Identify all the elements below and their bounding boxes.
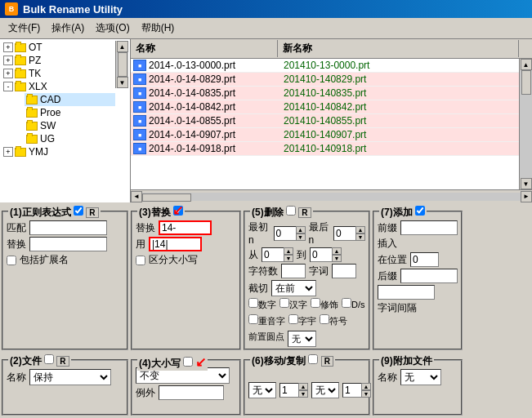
table-row[interactable]: ■ 2014-.0-14-0835.prt 201410-140835.prt (131, 87, 519, 100)
prefix-circle-select[interactable]: 无 (288, 331, 316, 347)
move-spin2-down[interactable]: ▼ (361, 390, 371, 398)
use-field-input[interactable] (149, 237, 202, 251)
tree-scroll-up[interactable]: ▲ (117, 41, 128, 52)
from-input[interactable] (262, 247, 284, 262)
panel-move-r-badge: R (321, 356, 333, 367)
first-n-up[interactable]: ▲ (296, 226, 306, 233)
file-newname: 201410-140855.prt (284, 115, 519, 127)
file-scroll-thumb[interactable] (521, 70, 531, 95)
table-row[interactable]: ■ 2014-.0-14-0855.prt 201410-140855.prt (131, 114, 519, 128)
append-name-select[interactable]: 无 (400, 369, 441, 385)
first-n-input[interactable] (274, 226, 297, 241)
cut-select[interactable]: 在前在后 (271, 280, 316, 296)
tree-scroll-thumb[interactable] (118, 52, 127, 77)
tree-scrollbar[interactable]: ▲ ▼ (115, 41, 128, 88)
to-input[interactable] (310, 247, 333, 262)
folder-icon-proe (26, 109, 38, 118)
last-n-down[interactable]: ▼ (355, 233, 365, 241)
title-bar: B Bulk Rename Utility (0, 0, 532, 18)
tree-toggle-pz[interactable]: + (3, 56, 13, 65)
tree-node-tk[interactable]: + TK (2, 67, 115, 80)
move-spin2-up[interactable]: ▲ (361, 383, 371, 390)
tree-node-pz[interactable]: + PZ (2, 54, 115, 67)
file-scroll-right[interactable]: ► (521, 191, 532, 202)
file-name-select[interactable]: 保持 (29, 369, 111, 385)
file-scrollbar[interactable]: ▲ ▼ (519, 59, 532, 189)
word-sep-row (378, 285, 458, 300)
tree-node-ymj[interactable]: + YMJ (2, 145, 115, 158)
to-down[interactable]: ▼ (332, 255, 342, 262)
panel-delete-checkbox[interactable] (286, 206, 296, 216)
symbol-opt[interactable]: 符号 (320, 314, 347, 327)
match-input[interactable] (29, 220, 107, 235)
chinese-opt[interactable]: 汉字 (279, 298, 307, 311)
last-n-up[interactable]: ▲ (355, 226, 365, 233)
file-scroll-up[interactable]: ▲ (521, 59, 532, 70)
from-up[interactable]: ▲ (284, 247, 293, 255)
panel-file-checkbox[interactable] (44, 354, 54, 364)
tree-node-cad[interactable]: CAD (25, 93, 115, 106)
replace-input[interactable] (29, 237, 107, 251)
table-row[interactable]: ■ 2014-.0-14-0842.prt 201410-140842.prt (131, 100, 519, 114)
include-ext-checkbox[interactable] (7, 256, 16, 265)
table-row[interactable]: ■ 2014-.0-14-0829.prt 201410-140829.prt (131, 73, 519, 87)
tree-node-sw[interactable]: SW (25, 119, 115, 132)
file-hscrollbar[interactable]: ◄ ► (131, 189, 532, 202)
file-scroll-left[interactable]: ◄ (131, 191, 142, 202)
table-row[interactable]: ■ 2014-.0-14-0907.prt 201410-140907.prt (131, 128, 519, 142)
word-sep-input[interactable] (378, 285, 435, 300)
move-select2[interactable]: 无 (311, 382, 339, 398)
panel-regex-checkbox[interactable] (74, 206, 83, 216)
move-spin1-down[interactable]: ▼ (298, 390, 308, 398)
to-up[interactable]: ▲ (332, 247, 342, 255)
menu-file[interactable]: 文件(F) (3, 20, 45, 37)
menu-help[interactable]: 帮助(H) (136, 20, 180, 37)
menu-options[interactable]: 选项(O) (91, 20, 134, 37)
prefix-input[interactable] (400, 220, 458, 235)
first-n-down[interactable]: ▼ (296, 233, 306, 241)
move-spin1-up[interactable]: ▲ (298, 383, 308, 390)
move-row: 无 ▲ ▼ 无 ▲ ▼ (248, 369, 365, 411)
tree-scroll-down[interactable]: ▼ (117, 77, 128, 88)
last-n-input[interactable] (333, 226, 356, 241)
word-input[interactable] (332, 264, 356, 278)
case-sensitive-checkbox[interactable] (136, 256, 145, 265)
tree-toggle-ot[interactable]: + (3, 42, 13, 52)
tree-node-ot[interactable]: + OT (2, 41, 115, 54)
from-down[interactable]: ▼ (284, 255, 293, 262)
hscroll-thumb[interactable] (142, 193, 191, 202)
fix-opt[interactable]: 修饰 (311, 298, 338, 311)
red-arrow-2: ↙ (195, 355, 206, 369)
word-sep-label-row: 字词间隔 (378, 301, 458, 315)
table-row[interactable]: ■ 2014-.0-14-0918.prt 201410-140918.prt (131, 142, 519, 156)
tree-node-xlx[interactable]: - XLX (2, 80, 115, 93)
move-count1[interactable] (279, 383, 299, 398)
panel-case-checkbox[interactable] (183, 357, 193, 367)
panel-move-checkbox[interactable] (308, 354, 318, 364)
move-select1[interactable]: 无 (248, 382, 276, 398)
tree-node-ug[interactable]: UG (25, 132, 115, 145)
word2-opt[interactable]: 字宇 (288, 314, 316, 327)
panel-replace-title: (3)替换 ↙ (137, 206, 185, 220)
at-pos-row: 在位置 (378, 252, 458, 267)
tree-label-ot: OT (29, 42, 42, 53)
ds-opt[interactable]: D/s (342, 298, 365, 311)
suffix-input[interactable] (400, 269, 458, 283)
at-pos-input[interactable] (410, 252, 439, 267)
tree-toggle-ymj[interactable]: + (3, 147, 13, 157)
charcount-input[interactable] (281, 264, 306, 278)
sound-opt[interactable]: 重音字 (248, 314, 285, 327)
exception-input[interactable] (159, 385, 224, 400)
tree-toggle-tk[interactable]: + (3, 69, 13, 78)
menu-operation[interactable]: 操作(A) (47, 20, 89, 37)
panel-add-checkbox[interactable] (415, 206, 425, 216)
tree-node-proe[interactable]: Proe (25, 106, 115, 119)
replace-field-input[interactable] (159, 220, 212, 235)
tree-toggle-xlx[interactable]: - (3, 82, 13, 91)
file-name: 2014-.0-13-0000.prt (149, 60, 284, 71)
folder-icon-ot (15, 43, 26, 52)
table-row[interactable]: ■ 2014-.0-13-0000.prt 201410-13-0000.prt (131, 59, 519, 73)
digital-opt[interactable]: 数字 (248, 298, 276, 311)
file-scroll-down[interactable]: ▼ (521, 178, 532, 189)
move-count2[interactable] (342, 383, 362, 398)
